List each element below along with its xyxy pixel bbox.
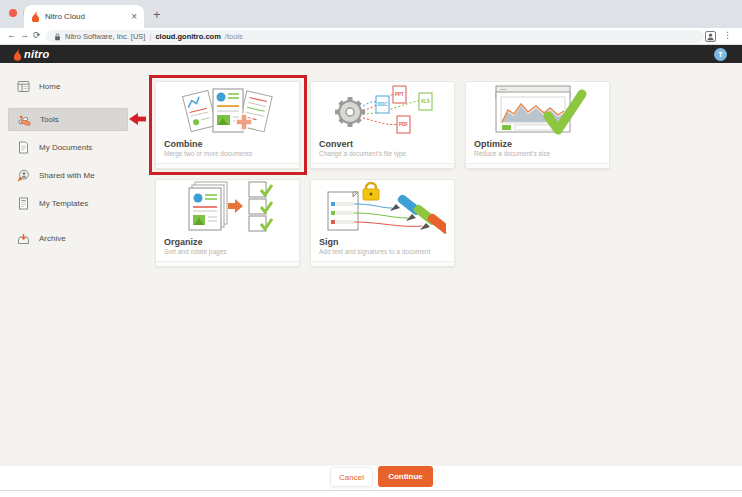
tool-card-organize[interactable]: Organize Sort and rotate pages [155, 179, 300, 267]
sidebar-item-home[interactable]: Home [8, 75, 128, 98]
sidebar-item-shared-with-me[interactable]: Shared with Me [8, 164, 128, 187]
svg-text:PDF: PDF [399, 122, 408, 127]
tool-card-convert[interactable]: DOC PPT XLS PDF Convert Change a documen… [310, 81, 455, 169]
organize-illustration [156, 180, 299, 235]
svg-text:XLS: XLS [421, 99, 430, 104]
tool-subtitle: Merge two or more documents [156, 149, 299, 157]
url-path: /tools [225, 32, 243, 41]
security-label: Nitro Software, Inc. [US] [65, 32, 145, 41]
nitro-favicon-icon [31, 11, 40, 22]
sidebar-item-label: My Templates [39, 199, 88, 208]
page-bottom-divider [0, 490, 742, 491]
tool-title: Combine [156, 137, 299, 149]
new-tab-button[interactable]: + [153, 7, 161, 22]
sidebar-item-label: My Documents [39, 143, 92, 152]
card-footer [156, 261, 299, 266]
browser-tab[interactable]: Nitro Cloud × [24, 5, 144, 28]
tool-subtitle: Change a document's file type [311, 149, 454, 157]
tool-card-sign[interactable]: Sign Add text and signatures to a docume… [310, 179, 455, 267]
tool-title: Optimize [466, 137, 609, 149]
card-footer [311, 261, 454, 266]
optimize-illustration [466, 82, 609, 137]
convert-illustration: DOC PPT XLS PDF [311, 82, 454, 137]
tool-title: Convert [311, 137, 454, 149]
sidebar-item-label: Tools [40, 115, 59, 124]
url-host: cloud.gonitro.com [155, 32, 220, 41]
shared-person-icon [17, 169, 30, 182]
svg-text:DOC: DOC [377, 102, 388, 107]
sidebar-item-my-templates[interactable]: My Templates [8, 192, 128, 215]
user-avatar[interactable]: T [714, 48, 727, 61]
tool-card-combine[interactable]: Combine Merge two or more documents [155, 81, 300, 169]
tools-icon [18, 113, 31, 126]
url-separator: | [149, 32, 151, 41]
window-close-button[interactable] [9, 9, 17, 17]
archive-icon [17, 232, 30, 245]
home-icon [17, 80, 30, 93]
sidebar-item-archive[interactable]: Archive [8, 227, 128, 250]
app-header: nitro T [0, 45, 742, 63]
sidebar-item-tools[interactable]: Tools [8, 108, 128, 131]
tool-subtitle: Add text and signatures to a document [311, 247, 454, 255]
tool-card-optimize[interactable]: Optimize Reduce a document's size [465, 81, 610, 169]
document-icon [17, 141, 30, 154]
browser-toolbar: ← → ⟳ Nitro Software, Inc. [US] | cloud.… [0, 28, 742, 45]
browser-menu-icon[interactable]: ⋮ [723, 30, 732, 40]
tab-title: Nitro Cloud [45, 12, 126, 21]
nitro-flame-icon [13, 48, 22, 61]
sidebar-item-my-documents[interactable]: My Documents [8, 136, 128, 159]
sign-illustration [311, 180, 454, 235]
tool-title: Sign [311, 235, 454, 247]
browser-chrome: Nitro Cloud × + [0, 0, 742, 28]
reload-icon[interactable]: ⟳ [33, 30, 41, 40]
tool-title: Organize [156, 235, 299, 247]
tool-subtitle: Sort and rotate pages [156, 247, 299, 255]
tool-subtitle: Reduce a document's size [466, 149, 609, 157]
template-icon [17, 197, 30, 210]
svg-text:PPT: PPT [395, 92, 404, 97]
card-footer [466, 163, 609, 168]
cancel-button[interactable]: Cancel [330, 467, 373, 487]
forward-icon[interactable]: → [20, 30, 29, 40]
sidebar-item-label: Archive [39, 234, 66, 243]
sidebar-item-label: Home [39, 82, 60, 91]
nitro-logo[interactable]: nitro [13, 48, 49, 61]
continue-button[interactable]: Continue [378, 466, 433, 487]
browser-profile-icon[interactable] [705, 31, 716, 42]
card-footer [156, 163, 299, 168]
combine-illustration [156, 82, 299, 137]
sidebar-item-label: Shared with Me [39, 171, 95, 180]
address-bar[interactable]: Nitro Software, Inc. [US] | cloud.gonitr… [46, 30, 704, 43]
annotation-arrow-icon [129, 113, 146, 125]
logo-text: nitro [24, 48, 49, 60]
back-icon[interactable]: ← [7, 30, 16, 40]
tab-close-icon[interactable]: × [131, 12, 137, 22]
lock-icon [54, 33, 61, 41]
card-footer [311, 163, 454, 168]
